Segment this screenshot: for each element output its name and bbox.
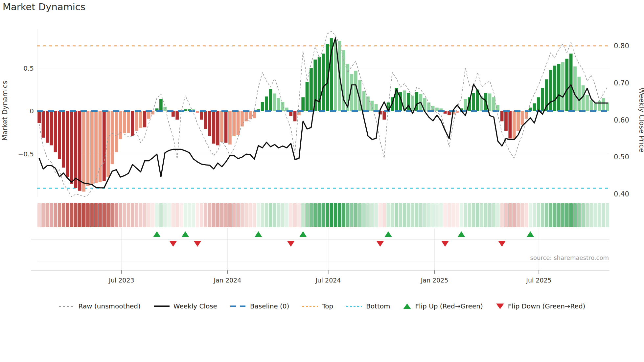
heatmap-cell bbox=[82, 203, 86, 227]
heatmap-cell bbox=[123, 203, 126, 227]
heatmap-cell bbox=[577, 203, 581, 227]
flip-down-triangle-icon bbox=[496, 304, 504, 309]
legend-label-top: Top bbox=[322, 302, 333, 310]
dynamics-bar bbox=[525, 111, 528, 119]
heatmap-cell bbox=[476, 203, 479, 227]
heatmap-cell bbox=[261, 203, 264, 227]
heatmap-cell bbox=[232, 203, 236, 227]
dynamics-bar bbox=[115, 111, 118, 152]
dynamics-bar bbox=[232, 111, 236, 136]
heatmap-cell bbox=[224, 203, 228, 227]
heatmap-cell bbox=[74, 203, 78, 227]
heatmap-cell bbox=[317, 203, 321, 227]
heatmap-cell bbox=[346, 203, 350, 227]
heatmap-cell bbox=[472, 203, 475, 227]
heatmap-cell bbox=[593, 203, 597, 227]
heatmap-cell bbox=[553, 203, 557, 227]
heatmap-cell bbox=[374, 203, 378, 227]
heatmap-cell bbox=[427, 203, 431, 227]
heatmap-cell bbox=[293, 203, 297, 227]
heatmap-cell bbox=[557, 203, 561, 227]
heatmap-cell bbox=[192, 203, 195, 227]
heatmap-cell bbox=[403, 203, 406, 227]
heatmap-cell bbox=[212, 203, 216, 227]
dynamics-bar bbox=[565, 59, 568, 111]
x-tick-label: Jul 2024 bbox=[315, 277, 341, 284]
dynamics-bar bbox=[99, 111, 102, 182]
legend-label-raw: Raw (unsmoothed) bbox=[79, 302, 141, 310]
dynamics-bar bbox=[464, 99, 467, 111]
heatmap-cell bbox=[468, 203, 471, 227]
heatmap-cell bbox=[569, 203, 573, 227]
dynamics-bar bbox=[573, 66, 577, 111]
heatmap-cell bbox=[289, 203, 293, 227]
left-tick-label: 0 bbox=[30, 107, 34, 115]
bottom-line-swatch-icon bbox=[346, 306, 362, 307]
heatmap-cell bbox=[342, 203, 345, 227]
dynamics-bar bbox=[382, 111, 386, 120]
dynamics-bar bbox=[586, 95, 589, 111]
dynamics-bar bbox=[159, 99, 163, 111]
heatmap-cell bbox=[127, 203, 130, 227]
dynamics-bar bbox=[46, 111, 49, 143]
heatmap-cell bbox=[54, 203, 57, 227]
heatmap-cell bbox=[220, 203, 224, 227]
dynamics-bar bbox=[415, 92, 418, 111]
heatmap-cell bbox=[370, 203, 374, 227]
heatmap-cell bbox=[573, 203, 577, 227]
dynamics-bar bbox=[62, 111, 65, 168]
heatmap-cell bbox=[236, 203, 240, 227]
heatmap-cell bbox=[70, 203, 74, 227]
heatmap-cell bbox=[119, 203, 122, 227]
right-tick-label: 0.40 bbox=[614, 190, 629, 198]
heatmap-cell bbox=[448, 203, 451, 227]
dynamics-bar bbox=[208, 111, 211, 136]
dynamics-bar bbox=[143, 111, 146, 127]
heatmap-cell bbox=[549, 203, 552, 227]
dynamics-bar bbox=[594, 102, 597, 111]
flip-down-marker bbox=[194, 241, 201, 247]
heatmap-cell bbox=[524, 203, 528, 227]
dynamics-bar bbox=[200, 111, 203, 120]
dynamics-bar bbox=[74, 111, 77, 188]
heatmap-cell bbox=[399, 203, 402, 227]
heatmap-cell bbox=[350, 203, 354, 227]
heatmap-cell bbox=[253, 203, 256, 227]
dynamics-bar bbox=[106, 111, 110, 177]
dynamics-bar bbox=[86, 111, 90, 186]
dynamics-bar bbox=[204, 111, 207, 129]
dynamics-bar bbox=[82, 111, 85, 192]
dynamics-bar bbox=[488, 93, 492, 111]
right-tick-label: 0.70 bbox=[614, 79, 629, 87]
legend-item-weekly-close: Weekly Close bbox=[154, 302, 217, 310]
x-tick-label: Jan 2025 bbox=[421, 277, 448, 284]
heatmap-cell bbox=[78, 203, 81, 227]
dynamics-bar bbox=[119, 111, 122, 139]
dynamics-bar bbox=[537, 97, 540, 111]
left-tick-label: −0.5 bbox=[18, 150, 34, 158]
heatmap-cell bbox=[334, 203, 337, 227]
dynamics-bar bbox=[606, 102, 609, 111]
heatmap-cell bbox=[354, 203, 357, 227]
source-credit: source: sharemaestro.com bbox=[530, 254, 609, 261]
heatmap-cell bbox=[391, 203, 394, 227]
dynamics-bar bbox=[228, 111, 232, 145]
right-axis-title: Weekly Close Price bbox=[638, 87, 644, 152]
heatmap-cell bbox=[265, 203, 268, 227]
heatmap-cell bbox=[512, 203, 516, 227]
dynamics-bar bbox=[318, 57, 321, 111]
heatmap-cell bbox=[598, 203, 601, 227]
heatmap-cell bbox=[297, 203, 301, 227]
heatmap-cell bbox=[248, 203, 252, 227]
dynamics-bar bbox=[172, 111, 175, 117]
heatmap-cell bbox=[143, 203, 147, 227]
heatmap-cell bbox=[382, 203, 386, 227]
heatmap-cell bbox=[106, 203, 110, 227]
heatmap-cell bbox=[277, 203, 281, 227]
flip-up-marker bbox=[299, 231, 307, 237]
right-tick-label: 0.50 bbox=[614, 153, 629, 161]
heatmap-cell bbox=[305, 203, 309, 227]
heatmap-cell bbox=[46, 203, 49, 227]
flip-up-marker bbox=[153, 231, 160, 237]
dynamics-bar bbox=[322, 54, 325, 111]
